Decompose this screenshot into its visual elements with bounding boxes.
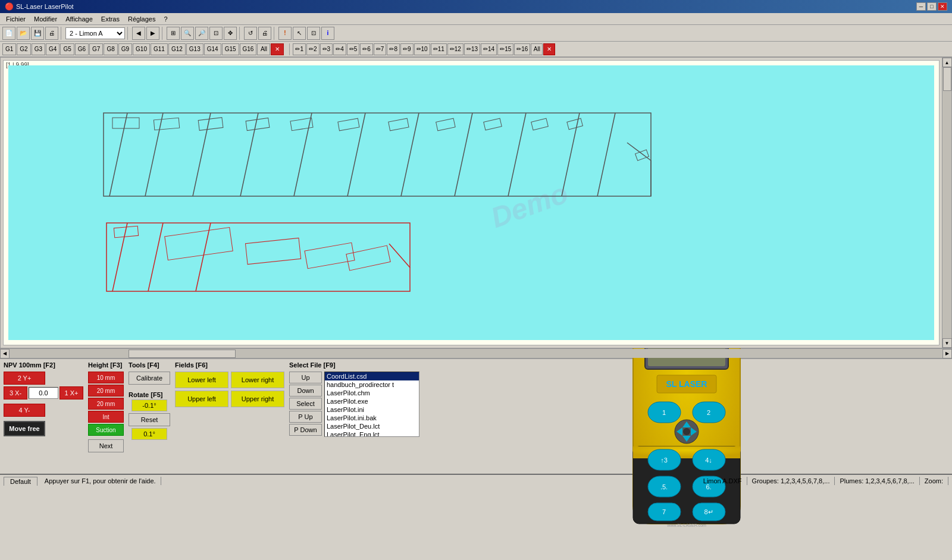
p-down-button[interactable]: P Down	[289, 424, 322, 436]
refresh-button[interactable]: ↺	[244, 27, 257, 40]
file-list-item[interactable]: LaserPilot.chm	[325, 389, 419, 397]
hscroll-thumb[interactable]	[129, 350, 236, 358]
menu-extras[interactable]: Extras	[98, 15, 123, 23]
g14-button[interactable]: G14	[204, 43, 221, 55]
p-up-button[interactable]: P Up	[289, 411, 322, 423]
g1-button[interactable]: G1	[2, 43, 16, 55]
p12-button[interactable]: ✏12	[447, 43, 464, 55]
restore-button[interactable]: □	[927, 2, 937, 11]
close-button[interactable]: ✕	[938, 2, 947, 11]
p13-button[interactable]: ✏13	[464, 43, 480, 55]
p7-button[interactable]: ✏7	[374, 43, 387, 55]
default-tab[interactable]: Default	[4, 477, 37, 486]
open-button[interactable]: 📂	[17, 27, 30, 40]
upper-left-button[interactable]: Upper left	[175, 391, 228, 407]
horizontal-scrollbar[interactable]: ◀ ▶	[0, 348, 952, 358]
y-plus-button[interactable]: 2 Y+	[4, 372, 45, 385]
hscroll-left-arrow[interactable]: ◀	[0, 349, 10, 358]
g13-button[interactable]: G13	[186, 43, 203, 55]
file-list-item[interactable]: LaserPilot_Deu.lct	[325, 422, 419, 430]
height-20mm2-button[interactable]: 20 mm	[88, 398, 124, 410]
p-close-button[interactable]: ✕	[543, 43, 555, 55]
g15-button[interactable]: G15	[222, 43, 239, 55]
g11-button[interactable]: G11	[151, 43, 168, 55]
g8-button[interactable]: G8	[104, 43, 117, 55]
canvas-area[interactable]: [1 | 9.99] Demo	[3, 60, 940, 345]
p3-button[interactable]: ✏3	[320, 43, 333, 55]
limon-dropdown[interactable]: 1 - Option A 2 - Limon A 3 - Option C	[65, 27, 125, 39]
p4-button[interactable]: ✏4	[333, 43, 346, 55]
pan-button[interactable]: ✥	[224, 27, 237, 40]
p11-button[interactable]: ✏11	[431, 43, 447, 55]
scroll-thumb[interactable]	[943, 67, 951, 91]
zoom-fit-button[interactable]: ⊞	[167, 27, 180, 40]
p16-button[interactable]: ✏16	[514, 43, 530, 55]
minimize-button[interactable]: ─	[916, 2, 926, 11]
menu-modifier[interactable]: Modifier	[30, 15, 61, 23]
g-close-button[interactable]: ✕	[271, 43, 284, 55]
new-button[interactable]: 📄	[2, 27, 15, 40]
p6-button[interactable]: ✏6	[360, 43, 373, 55]
zoom-select-button[interactable]: ⊡	[209, 27, 223, 40]
arrow-left-button[interactable]: ◀	[132, 27, 145, 40]
g5-button[interactable]: G5	[60, 43, 74, 55]
file-list-item[interactable]: handbuch_prodirector t	[325, 380, 419, 389]
right-scrollbar[interactable]: ▲ ▼	[942, 58, 951, 348]
g2-button[interactable]: G2	[17, 43, 30, 55]
up-button[interactable]: Up	[289, 372, 322, 383]
g6-button[interactable]: G6	[75, 43, 89, 55]
p9-button[interactable]: ✏9	[400, 43, 414, 55]
info2-button[interactable]: i	[321, 27, 334, 40]
menu-help[interactable]: ?	[160, 15, 171, 23]
g10-button[interactable]: G10	[133, 43, 150, 55]
file-list-item[interactable]: CoordList.csd	[325, 372, 419, 380]
p10-button[interactable]: ✏10	[414, 43, 430, 55]
hscroll-track[interactable]	[10, 349, 942, 358]
info-button[interactable]: !	[278, 27, 292, 40]
g4-button[interactable]: G4	[46, 43, 60, 55]
file-list-item[interactable]: LaserPilot.exe	[325, 397, 419, 405]
menu-fichier[interactable]: Fichier	[2, 15, 29, 23]
g16-button[interactable]: G16	[240, 43, 257, 55]
reset-button[interactable]: Reset	[129, 413, 170, 426]
p5-button[interactable]: ✏5	[347, 43, 360, 55]
zoom-out-button[interactable]: 🔎	[195, 27, 208, 40]
g9-button[interactable]: G9	[118, 43, 132, 55]
height-20mm-button[interactable]: 20 mm	[88, 385, 124, 397]
suction-button[interactable]: Suction	[88, 424, 124, 436]
file-list-item[interactable]: LaserPilot_Eng.lct	[325, 430, 419, 437]
y-minus-button[interactable]: 4 Y-	[4, 404, 45, 417]
g7-button[interactable]: G7	[89, 43, 103, 55]
hscroll-right-arrow[interactable]: ▶	[942, 349, 952, 358]
down-button[interactable]: Down	[289, 385, 322, 397]
file-list[interactable]: CoordList.csdhandbuch_prodirector tLaser…	[324, 372, 419, 437]
calibrate-button[interactable]: Calibrate	[129, 372, 170, 385]
arrow-right-button[interactable]: ▶	[146, 27, 159, 40]
scroll-track[interactable]	[942, 67, 951, 338]
height-10mm-button[interactable]: 10 mm	[88, 372, 124, 383]
p8-button[interactable]: ✏8	[387, 43, 400, 55]
x-minus-button[interactable]: 3 X-	[4, 386, 27, 399]
save-button[interactable]: 💾	[31, 27, 44, 40]
zoom-in-button[interactable]: 🔍	[181, 27, 194, 40]
select-button[interactable]: Select	[289, 398, 322, 410]
lower-left-button[interactable]: Lower left	[175, 372, 228, 388]
p15-button[interactable]: ✏15	[497, 43, 513, 55]
file-list-item[interactable]: LaserPilot.ini.bak	[325, 414, 419, 422]
scroll-down-arrow[interactable]: ▼	[942, 338, 952, 348]
x-plus-button[interactable]: 1 X+	[60, 386, 83, 399]
scroll-up-arrow[interactable]: ▲	[942, 58, 952, 67]
next-button[interactable]: Next	[88, 439, 124, 452]
g12-button[interactable]: G12	[168, 43, 186, 55]
upper-right-button[interactable]: Upper right	[231, 391, 284, 407]
g-all-button[interactable]: All	[257, 43, 270, 55]
menu-affichage[interactable]: Affichage	[62, 15, 96, 23]
print2-button[interactable]: 🖨	[258, 27, 271, 40]
file-list-item[interactable]: LaserPilot.ini	[325, 405, 419, 414]
height-int-button[interactable]: Int	[88, 411, 124, 423]
lower-right-button[interactable]: Lower right	[231, 372, 284, 388]
print-button[interactable]: 🖨	[45, 27, 58, 40]
p14-button[interactable]: ✏14	[481, 43, 497, 55]
p1-button[interactable]: ✏1	[293, 43, 306, 55]
p-all-button[interactable]: All	[531, 43, 543, 55]
